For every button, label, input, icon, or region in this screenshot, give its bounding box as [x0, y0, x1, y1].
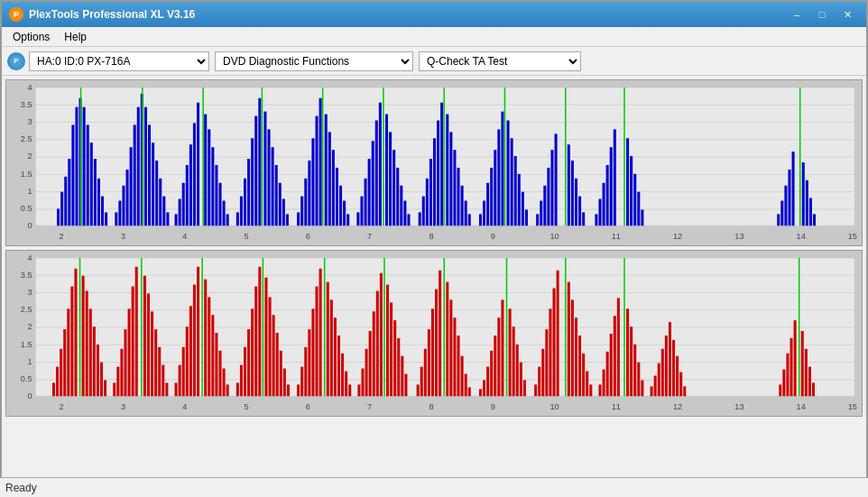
svg-rect-243	[193, 285, 196, 397]
svg-rect-96	[356, 212, 359, 225]
svg-rect-298	[420, 367, 423, 397]
svg-rect-302	[435, 290, 438, 397]
svg-rect-321	[512, 327, 515, 396]
svg-rect-242	[189, 306, 192, 396]
svg-rect-371	[812, 382, 815, 396]
main-content: 4 3.5 3 2.5 2 1.5 1 0.5 0	[2, 76, 866, 479]
svg-rect-72	[258, 98, 261, 225]
svg-rect-249	[215, 333, 217, 396]
svg-rect-144	[550, 150, 553, 225]
svg-text:9: 9	[491, 232, 495, 241]
svg-rect-44	[144, 107, 147, 226]
svg-rect-142	[543, 186, 546, 226]
svg-rect-80	[286, 214, 289, 225]
svg-rect-1	[36, 87, 854, 225]
svg-rect-47	[155, 161, 158, 225]
svg-rect-333	[568, 282, 570, 397]
svg-rect-282	[348, 384, 351, 396]
svg-text:2.5: 2.5	[21, 305, 32, 314]
svg-rect-341	[603, 370, 605, 397]
svg-rect-216	[82, 276, 85, 397]
svg-rect-363	[782, 370, 785, 397]
svg-rect-63	[218, 183, 221, 225]
status-text: Ready	[5, 482, 37, 494]
svg-rect-219	[93, 327, 96, 396]
svg-rect-220	[97, 345, 99, 396]
svg-rect-303	[439, 271, 441, 396]
svg-text:4: 4	[27, 253, 32, 262]
svg-rect-237	[165, 382, 168, 396]
svg-text:2: 2	[60, 402, 64, 411]
svg-rect-309	[461, 356, 464, 397]
svg-rect-259	[258, 267, 261, 396]
device-select[interactable]: HA:0 ID:0 PX-716A	[29, 51, 209, 71]
svg-rect-51	[175, 214, 178, 225]
svg-text:2: 2	[60, 232, 64, 241]
svg-rect-339	[589, 384, 592, 396]
svg-rect-274	[319, 269, 322, 396]
svg-rect-224	[116, 367, 119, 397]
svg-rect-300	[428, 329, 430, 396]
svg-rect-369	[805, 349, 808, 396]
svg-rect-52	[179, 199, 181, 226]
svg-rect-123	[461, 186, 464, 226]
close-button[interactable]: ✕	[836, 6, 859, 23]
svg-rect-268	[297, 384, 300, 396]
svg-rect-74	[263, 112, 266, 226]
svg-rect-104	[385, 115, 388, 226]
svg-rect-36	[118, 201, 121, 226]
svg-rect-111	[419, 212, 421, 225]
svg-rect-34	[105, 212, 107, 225]
svg-rect-95	[346, 214, 349, 225]
svg-rect-306	[449, 299, 452, 396]
svg-rect-209	[56, 367, 59, 397]
svg-rect-356	[665, 336, 668, 396]
svg-rect-141	[540, 201, 542, 226]
svg-text:14: 14	[797, 232, 806, 241]
svg-rect-293	[393, 320, 396, 396]
test-select[interactable]: Q-Check TA Test	[419, 51, 581, 71]
svg-rect-267	[287, 384, 290, 396]
svg-text:11: 11	[612, 232, 621, 241]
svg-rect-125	[468, 214, 471, 225]
svg-rect-305	[446, 282, 448, 397]
menu-options[interactable]: Options	[5, 29, 57, 45]
maximize-button[interactable]: □	[810, 6, 834, 23]
svg-rect-222	[104, 380, 106, 396]
svg-rect-54	[186, 165, 189, 225]
svg-rect-30	[90, 143, 93, 225]
svg-rect-122	[457, 168, 459, 225]
svg-rect-138	[522, 192, 524, 226]
svg-text:8: 8	[429, 402, 433, 411]
svg-rect-172	[809, 198, 812, 226]
svg-text:7: 7	[367, 402, 372, 411]
svg-rect-227	[128, 308, 131, 396]
svg-rect-265	[280, 351, 282, 396]
svg-rect-120	[449, 132, 452, 225]
svg-rect-97	[360, 197, 363, 226]
svg-rect-283	[357, 384, 360, 396]
title-text: P PlexTools Professional XL V3.16	[9, 7, 785, 22]
svg-rect-297	[417, 384, 420, 396]
menu-help[interactable]: Help	[57, 29, 94, 45]
svg-rect-57	[197, 103, 199, 226]
svg-text:11: 11	[612, 402, 621, 411]
svg-rect-115	[433, 138, 436, 225]
svg-text:4: 4	[182, 232, 187, 241]
svg-rect-127	[483, 201, 485, 226]
svg-rect-250	[218, 351, 221, 396]
svg-rect-101	[375, 121, 378, 226]
svg-rect-337	[582, 354, 585, 396]
svg-rect-285	[365, 349, 368, 396]
svg-rect-55	[189, 144, 192, 225]
svg-rect-132	[501, 112, 503, 226]
svg-rect-271	[308, 329, 310, 396]
svg-rect-308	[457, 336, 459, 396]
function-select[interactable]: DVD Diagnostic Functions	[215, 51, 413, 71]
svg-rect-129	[490, 168, 493, 225]
svg-rect-128	[486, 183, 489, 225]
svg-rect-269	[300, 367, 303, 397]
minimize-button[interactable]: –	[785, 6, 808, 23]
svg-text:6: 6	[306, 232, 310, 241]
svg-rect-161	[633, 174, 636, 225]
